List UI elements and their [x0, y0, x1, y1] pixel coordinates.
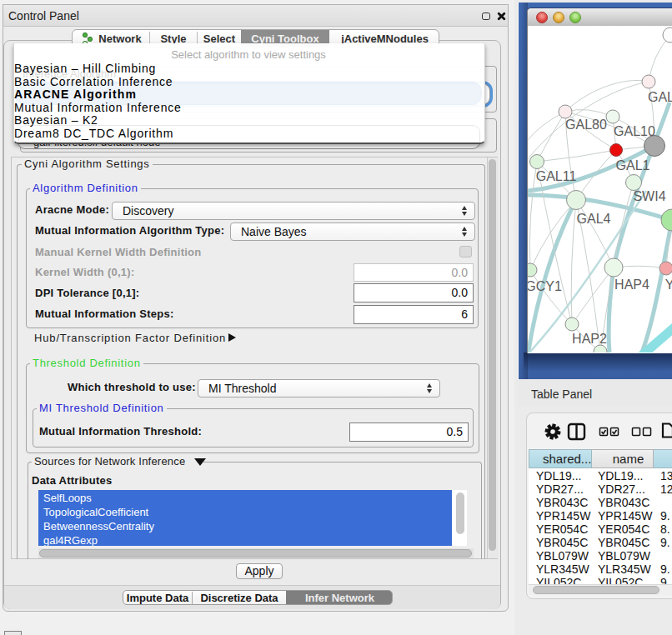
svg-text:Y: Y: [665, 278, 672, 292]
svg-text:GAL80: GAL80: [565, 118, 607, 132]
svg-text:GAL: GAL: [648, 90, 672, 104]
svg-text:HAP2: HAP2: [572, 332, 607, 346]
svg-text:GAL11: GAL11: [536, 169, 577, 183]
svg-text:GAL10: GAL10: [614, 124, 655, 138]
svg-text:GAL1: GAL1: [616, 158, 650, 172]
svg-text:GAL4: GAL4: [577, 212, 611, 226]
svg-text:SWI4: SWI4: [633, 189, 665, 203]
svg-text:GCY1: GCY1: [528, 279, 562, 293]
svg-text:HAP4: HAP4: [614, 278, 649, 292]
